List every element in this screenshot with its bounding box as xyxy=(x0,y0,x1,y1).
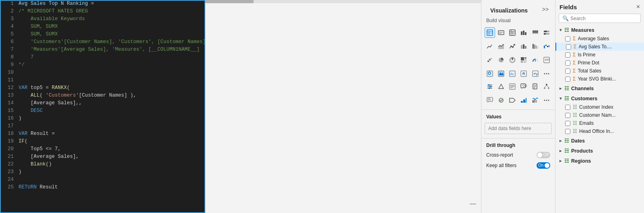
checkbox-year-svg[interactable] xyxy=(565,77,570,82)
svg-point-85 xyxy=(548,87,549,89)
checkbox-customer-index[interactable] xyxy=(565,105,570,110)
svg-point-68 xyxy=(488,84,490,86)
code-line-2: 2/* MICROSOFT HATES GREG xyxy=(1,8,204,16)
code-line-16: 16) xyxy=(1,116,204,123)
viz-icon-custom[interactable] xyxy=(541,95,552,105)
fields-group-header-customers[interactable]: ▼ ☷ Customers xyxy=(555,94,644,103)
viz-icon-donut[interactable] xyxy=(507,55,518,65)
field-emails[interactable]: ☷ Emails xyxy=(555,119,644,127)
svg-rect-33 xyxy=(544,45,545,48)
svg-rect-44 xyxy=(524,57,526,59)
viz-icon-scatter[interactable] xyxy=(485,55,495,65)
add-data-fields[interactable]: Add data fields here xyxy=(485,123,552,134)
scrollbar-thumb[interactable] xyxy=(205,0,254,3)
field-year-svg[interactable]: Σ Year SVG Blinki... xyxy=(555,75,644,83)
field-total-sales[interactable]: Σ Total Sales xyxy=(555,67,644,75)
viz-icon-shape[interactable] xyxy=(496,81,506,92)
viz-icon-area[interactable] xyxy=(496,41,506,52)
fields-group-header-regions[interactable]: ► ☷ Regions xyxy=(555,156,644,165)
checkbox-head-office[interactable] xyxy=(565,129,570,134)
viz-icon-r-visual[interactable]: R xyxy=(518,68,529,79)
keep-all-filters-toggle[interactable]: On xyxy=(537,162,550,169)
checkbox-average-sales[interactable] xyxy=(565,36,570,41)
viz-expand-button[interactable]: >> xyxy=(540,4,551,15)
values-label: Values xyxy=(481,112,555,121)
svg-point-24 xyxy=(512,46,514,48)
chevron-right-icon-dates: ► xyxy=(559,139,563,143)
viz-icon-decomp[interactable] xyxy=(541,81,552,92)
viz-icon-card[interactable] xyxy=(496,27,506,38)
field-customer-index[interactable]: ☷ Customer Index xyxy=(555,103,644,111)
viz-icon-textbox[interactable] xyxy=(507,81,518,92)
viz-icon-ribbon[interactable] xyxy=(530,41,541,52)
svg-point-25 xyxy=(514,44,515,45)
viz-icon-table[interactable] xyxy=(485,27,495,38)
viz-icon-paginated[interactable] xyxy=(530,81,541,92)
viz-icon-combinedbar[interactable] xyxy=(530,95,541,105)
viz-icon-kpi[interactable]: KPI xyxy=(541,55,552,65)
viz-icon-more[interactable] xyxy=(541,68,552,79)
viz-icon-barcolumn[interactable] xyxy=(518,41,529,52)
checkbox-avg-sales-to[interactable] xyxy=(566,44,571,50)
cross-report-toggle[interactable]: Off xyxy=(537,152,550,158)
fields-group-header-dates[interactable]: ► ☷ Dates xyxy=(555,136,644,145)
viz-icon-pie[interactable] xyxy=(496,55,506,65)
code-line-21: 21 [Average Sales], xyxy=(1,154,204,161)
field-head-office[interactable]: ☷ Head Office In... xyxy=(555,127,644,135)
viz-icon-column[interactable] xyxy=(530,27,541,38)
viz-icon-map[interactable] xyxy=(485,68,495,79)
viz-icon-bar[interactable] xyxy=(518,27,529,38)
viz-icon-azuremap[interactable]: Az xyxy=(507,68,518,79)
field-prime-dot[interactable]: Σ Prime Dot xyxy=(555,59,644,67)
search-input[interactable] xyxy=(570,16,637,21)
viz-icon-qna[interactable]: Q&A xyxy=(518,81,529,92)
code-line-5: 5 SUM, SUMX xyxy=(1,31,204,39)
fields-search-box[interactable]: 🔍 xyxy=(559,14,641,23)
svg-point-83 xyxy=(546,84,547,85)
viz-icon-waterfall[interactable] xyxy=(541,41,552,52)
field-avg-sales-to[interactable]: Σ Avg Sales To.... xyxy=(555,43,644,51)
viz-icon-smartnarrative[interactable] xyxy=(485,95,495,105)
viz-icon-slicer[interactable] xyxy=(485,81,495,92)
viz-icon-metricvisual[interactable] xyxy=(496,95,506,105)
viz-icon-goals[interactable] xyxy=(507,95,518,105)
scroll-down-indicator[interactable]: — xyxy=(470,200,476,207)
field-label-avg-sales-to: Avg Sales To.... xyxy=(578,44,612,50)
code-editor[interactable]: 1Avg Sales Top N Ranking = 2/* MICROSOFT… xyxy=(0,0,205,213)
fields-close-button[interactable]: × xyxy=(636,3,640,10)
viz-icon-treemap[interactable] xyxy=(518,55,529,65)
field-is-prime[interactable]: Σ Is Prime xyxy=(555,51,644,59)
table-icon-channels: ☷ xyxy=(564,85,569,91)
chevron-right-icon-channels: ► xyxy=(559,86,563,91)
fields-group-header-measures[interactable]: ▼ ☷ Measures xyxy=(555,25,644,35)
fields-group-header-products[interactable]: ► ☷ Products xyxy=(555,146,644,155)
fields-header: Fields × xyxy=(555,0,644,14)
checkbox-total-sales[interactable] xyxy=(565,68,570,74)
checkbox-customer-name[interactable] xyxy=(565,113,570,118)
field-average-sales[interactable]: Σ Average Sales xyxy=(555,35,644,43)
keep-filters-state: On xyxy=(538,163,543,168)
viz-icon-bar2[interactable] xyxy=(518,95,529,105)
viz-icon-matrix[interactable] xyxy=(507,27,518,38)
fields-group-header-channels[interactable]: ► ☷ Channels xyxy=(555,84,644,93)
viz-icon-py-visual[interactable]: Py xyxy=(530,68,541,79)
viz-icon-gauge[interactable] xyxy=(530,55,541,65)
field-customer-name[interactable]: ☷ Customer Nam... xyxy=(555,111,644,119)
scrollbar-top[interactable] xyxy=(205,0,481,3)
checkbox-emails[interactable] xyxy=(565,121,570,126)
viz-icon-line[interactable] xyxy=(485,41,495,52)
checkbox-is-prime[interactable] xyxy=(565,52,570,58)
svg-rect-46 xyxy=(521,61,523,63)
checkbox-prime-dot[interactable] xyxy=(565,60,570,66)
products-group-label: Products xyxy=(571,148,593,154)
measure-icon-avg-sales: Σ xyxy=(573,36,576,41)
viz-icon-line2[interactable] xyxy=(507,41,518,52)
code-line-14: 14 [Average Sales],, xyxy=(1,100,204,108)
chevron-right-icon-products: ► xyxy=(559,149,563,153)
viz-icon-100pct[interactable] xyxy=(541,27,552,38)
svg-rect-34 xyxy=(545,45,547,46)
svg-rect-51 xyxy=(487,71,493,77)
viz-icon-filled-map[interactable] xyxy=(496,68,506,79)
viz-icons-row6 xyxy=(481,93,555,107)
svg-rect-36 xyxy=(549,45,549,47)
